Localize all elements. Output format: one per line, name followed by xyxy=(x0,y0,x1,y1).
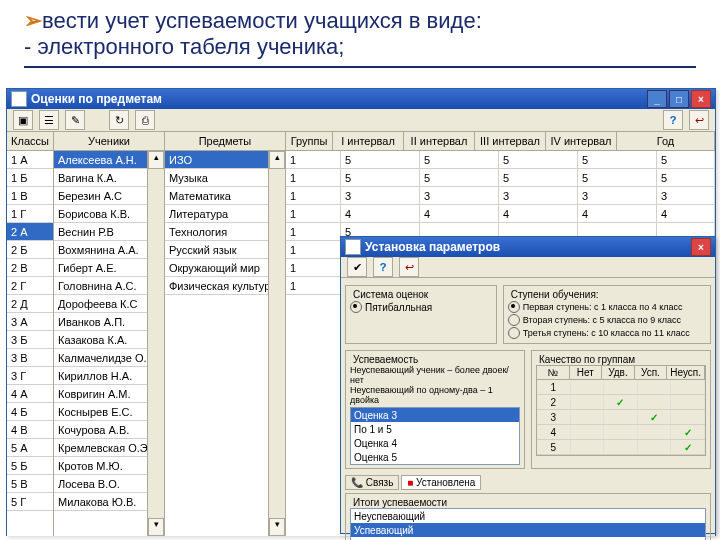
qual-cell[interactable]: ✓ xyxy=(671,425,705,439)
grade-cell[interactable]: 1 xyxy=(286,205,341,222)
qual-cell[interactable] xyxy=(571,395,605,409)
subject-row[interactable]: Окружающий мир xyxy=(165,259,268,277)
student-row[interactable]: Кротов М.Ю. xyxy=(54,457,147,475)
scroll-up-icon[interactable]: ▴ xyxy=(148,151,164,169)
qual-cell[interactable]: 1 xyxy=(537,380,571,394)
student-row[interactable]: Веснин Р.В xyxy=(54,223,147,241)
class-row[interactable]: 5 В xyxy=(7,475,53,493)
grade-row[interactable]: 144444 xyxy=(286,205,715,223)
study-option[interactable]: Третья ступень: с 10 класса по 11 класс xyxy=(508,327,706,339)
class-row[interactable]: 1 Г xyxy=(7,205,53,223)
class-row[interactable]: 1 В xyxy=(7,187,53,205)
toolbar-btn-3[interactable]: ✎ xyxy=(65,110,85,130)
class-row[interactable]: 2 Г xyxy=(7,277,53,295)
student-row[interactable]: Казакова К.А. xyxy=(54,331,147,349)
student-row[interactable]: Коснырев Е.С. xyxy=(54,403,147,421)
progress-list-item[interactable]: По 1 и 5 xyxy=(351,422,519,436)
qual-cell[interactable]: 2 xyxy=(537,395,571,409)
dialog-exit-button[interactable]: ↩ xyxy=(399,257,419,277)
class-row[interactable]: 3 Б xyxy=(7,331,53,349)
qual-row[interactable]: 3✓ xyxy=(537,410,705,425)
student-row[interactable]: Иванков А.П. xyxy=(54,313,147,331)
class-row[interactable]: 1 Б xyxy=(7,169,53,187)
grade-cell[interactable]: 1 xyxy=(286,277,341,294)
subject-row[interactable]: Технология xyxy=(165,223,268,241)
grade-cell[interactable]: 1 xyxy=(286,151,341,168)
column-header-q4[interactable]: IV интервал xyxy=(546,132,617,150)
student-row[interactable]: Лосева В.О. xyxy=(54,475,147,493)
column-header-q1[interactable]: I интервал xyxy=(333,132,404,150)
grade-cell[interactable]: 5 xyxy=(499,151,578,168)
progress-listbox[interactable]: Оценка 3По 1 и 5Оценка 4Оценка 5 xyxy=(350,407,520,465)
grade-cell[interactable]: 4 xyxy=(420,205,499,222)
qual-cell[interactable] xyxy=(604,380,638,394)
column-header-q3[interactable]: III интервал xyxy=(475,132,546,150)
tab-set[interactable]: ■ Установлена xyxy=(401,475,481,490)
class-row[interactable]: 2 Д xyxy=(7,295,53,313)
subject-row[interactable]: Математика xyxy=(165,187,268,205)
grade-cell[interactable]: 4 xyxy=(499,205,578,222)
toolbar-print[interactable]: ⎙ xyxy=(135,110,155,130)
grade-row[interactable]: 155555 xyxy=(286,151,715,169)
grade-cell[interactable]: 4 xyxy=(578,205,657,222)
grade-cell[interactable]: 5 xyxy=(420,151,499,168)
column-header-students[interactable]: Ученики xyxy=(54,132,164,151)
student-row[interactable]: Калмачелидзе О.К. xyxy=(54,349,147,367)
scroll-down-icon[interactable]: ▾ xyxy=(148,518,164,536)
toolbar-refresh[interactable]: ↻ xyxy=(109,110,129,130)
column-header-subjects[interactable]: Предметы xyxy=(165,132,285,151)
qual-cell[interactable] xyxy=(671,395,705,409)
subject-row[interactable]: Литература xyxy=(165,205,268,223)
qual-row[interactable]: 2✓ xyxy=(537,395,705,410)
class-row[interactable]: 3 А xyxy=(7,313,53,331)
qual-row[interactable]: 1 xyxy=(537,380,705,395)
student-row[interactable]: Милакова Ю.В. xyxy=(54,493,147,511)
grade-cell[interactable]: 3 xyxy=(341,187,420,204)
student-row[interactable]: Гиберт А.Е. xyxy=(54,259,147,277)
grade-cell[interactable]: 1 xyxy=(286,241,341,258)
class-row[interactable]: 3 В xyxy=(7,349,53,367)
class-row[interactable]: 5 Г xyxy=(7,493,53,511)
grade-cell[interactable]: 5 xyxy=(657,169,715,186)
toolbar-btn-2[interactable]: ☰ xyxy=(39,110,59,130)
qual-cell[interactable] xyxy=(571,410,605,424)
qual-cell[interactable] xyxy=(638,440,672,454)
grade-cell[interactable]: 5 xyxy=(420,169,499,186)
progress-list-item[interactable]: Оценка 3 xyxy=(351,408,519,422)
qual-cell[interactable] xyxy=(638,395,672,409)
qual-cell[interactable] xyxy=(671,380,705,394)
grade-cell[interactable]: 5 xyxy=(341,151,420,168)
scroll-down-icon[interactable]: ▾ xyxy=(269,518,285,536)
student-row[interactable]: Дорофеева К.С xyxy=(54,295,147,313)
qual-cell[interactable] xyxy=(571,425,605,439)
grade-cell[interactable]: 3 xyxy=(657,187,715,204)
class-row[interactable]: 4 В xyxy=(7,421,53,439)
dialog-save-button[interactable]: ✔ xyxy=(347,257,367,277)
qual-cell[interactable]: ✓ xyxy=(638,410,672,424)
grade-cell[interactable]: 5 xyxy=(657,151,715,168)
class-row[interactable]: 4 Б xyxy=(7,403,53,421)
grade-cell[interactable]: 5 xyxy=(499,169,578,186)
class-row[interactable]: 3 Г xyxy=(7,367,53,385)
qual-cell[interactable] xyxy=(604,410,638,424)
qual-cell[interactable]: ✓ xyxy=(671,440,705,454)
class-row[interactable]: 5 Б xyxy=(7,457,53,475)
students-scrollbar[interactable]: ▴ ▾ xyxy=(147,151,164,536)
display-option[interactable]: Пятибалльная xyxy=(350,301,492,313)
progress-list-item[interactable]: Оценка 5 xyxy=(351,450,519,464)
settings-dialog-titlebar[interactable]: Установка параметров × xyxy=(341,237,715,257)
class-row[interactable]: 5 А xyxy=(7,439,53,457)
qual-cell[interactable]: ✓ xyxy=(604,395,638,409)
student-row[interactable]: Ковригин А.М. xyxy=(54,385,147,403)
qual-cell[interactable] xyxy=(571,380,605,394)
column-header-groups[interactable]: Группы xyxy=(286,132,333,150)
subject-row[interactable]: Музыка xyxy=(165,169,268,187)
subject-row[interactable]: ИЗО xyxy=(165,151,268,169)
qual-cell[interactable] xyxy=(638,425,672,439)
column-header-q2[interactable]: II интервал xyxy=(404,132,475,150)
toolbar-help[interactable]: ? xyxy=(663,110,683,130)
qual-cell[interactable] xyxy=(604,440,638,454)
study-option[interactable]: Первая ступень: с 1 класса по 4 класс xyxy=(508,301,706,313)
toolbar-exit[interactable]: ↩ xyxy=(689,110,709,130)
subjects-scrollbar[interactable]: ▴ ▾ xyxy=(268,151,285,536)
